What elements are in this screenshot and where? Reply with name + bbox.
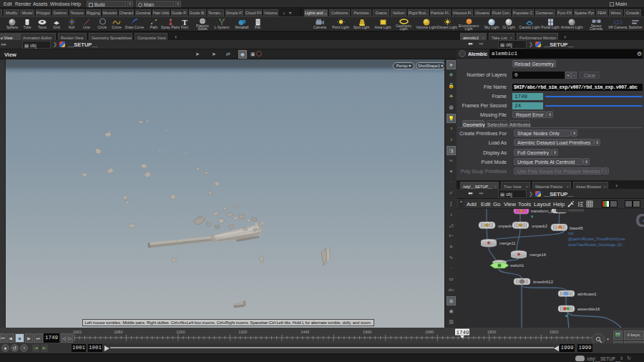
- svg-text:attribcast1: attribcast1: [577, 292, 597, 296]
- svg-text:merge16: merge16: [530, 253, 546, 257]
- svg-text:@path=/Rocket_ThrustPitch/Corr: @path=/Rocket_ThrustPitch/Corre: [568, 237, 625, 241]
- svg-text:1749: 1749: [457, 330, 469, 336]
- svg-text:assemble16: assemble16: [577, 307, 600, 311]
- svg-text:switch1: switch1: [510, 263, 524, 268]
- svg-text:unpack2: unpack2: [532, 224, 547, 228]
- svg-text:1001: 1001: [73, 330, 82, 334]
- svg-text:1440: 1440: [301, 330, 309, 334]
- svg-text:1920: 1920: [550, 330, 558, 334]
- svg-text:not: not: [568, 231, 574, 235]
- svg-text:1800: 1800: [487, 330, 496, 334]
- svg-text:merge11: merge11: [499, 241, 515, 245]
- svg-text:a: a: [531, 214, 534, 218]
- svg-text:timeshift12: timeshift12: [533, 280, 553, 284]
- svg-text:blast45: blast45: [570, 226, 583, 230]
- svg-text:1200: 1200: [176, 330, 185, 334]
- svg-text:1080: 1080: [114, 330, 122, 334]
- svg-text:1680: 1680: [425, 330, 434, 334]
- svg-text:1560: 1560: [363, 330, 371, 334]
- svg-text:1320: 1320: [238, 330, 247, 334]
- svg-text:ctive/Yaw/Rocket_Geo/stage_02.: ctive/Yaw/Rocket_Geo/stage_02...: [568, 243, 625, 247]
- svg-text:G: G: [635, 210, 644, 231]
- svg-text:unpack4: unpack4: [498, 224, 514, 228]
